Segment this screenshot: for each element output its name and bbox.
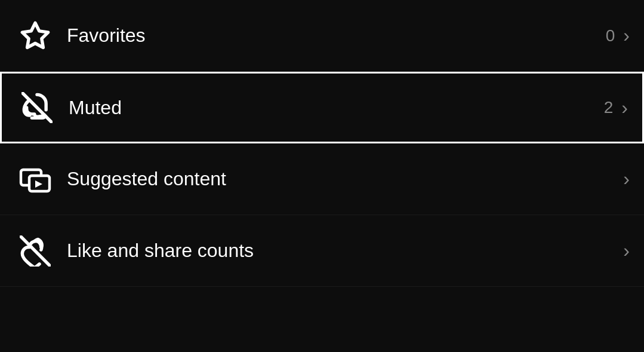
bell-off-icon xyxy=(16,87,58,128)
favorites-menu-item[interactable]: Favorites 0 › xyxy=(0,0,644,72)
muted-count: 2 xyxy=(604,98,614,117)
favorites-chevron: › xyxy=(623,25,630,47)
favorites-count: 0 xyxy=(606,26,615,45)
like-share-counts-menu-item[interactable]: Like and share counts › xyxy=(0,215,644,287)
star-icon xyxy=(14,15,56,57)
svg-marker-0 xyxy=(22,23,48,47)
suggested-icon xyxy=(14,158,56,200)
muted-label: Muted xyxy=(69,97,604,119)
suggested-content-menu-item[interactable]: Suggested content › xyxy=(0,143,644,215)
favorites-label: Favorites xyxy=(67,25,606,47)
muted-menu-item[interactable]: Muted 2 › xyxy=(0,72,644,143)
suggested-content-chevron: › xyxy=(623,168,630,190)
suggested-content-label: Suggested content xyxy=(67,168,623,190)
muted-chevron: › xyxy=(621,97,628,119)
like-share-counts-chevron: › xyxy=(623,240,630,262)
like-share-counts-label: Like and share counts xyxy=(67,240,623,262)
heart-slash-icon xyxy=(14,230,56,272)
